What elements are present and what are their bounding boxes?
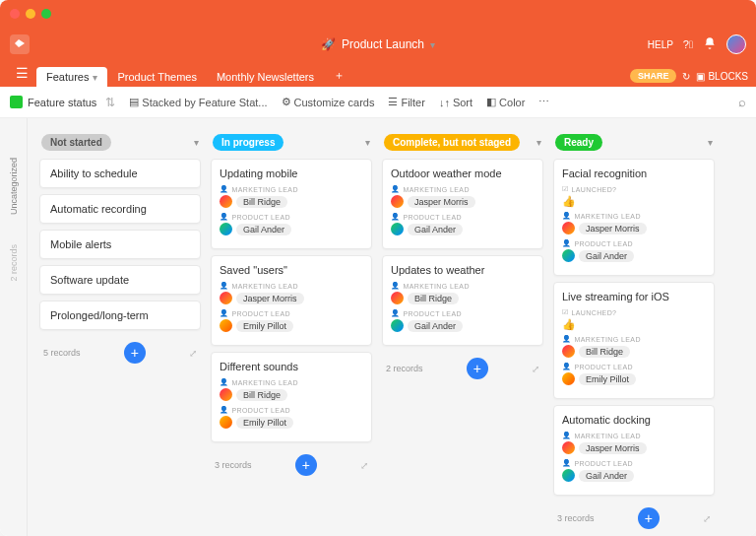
add-tab[interactable]: ＋ [324, 64, 354, 87]
card[interactable]: Software update [39, 265, 201, 295]
sort-icon: ↓↑ [439, 97, 450, 108]
add-card-button[interactable]: + [295, 454, 317, 476]
title-chevron-icon[interactable]: ▾ [430, 39, 435, 50]
record-count: 2 records [386, 364, 423, 373]
add-card-button[interactable]: + [124, 342, 146, 364]
gear-icon: ⚙ [282, 96, 291, 108]
check-icon: ☑ [562, 185, 568, 193]
add-card-button[interactable]: + [638, 507, 660, 529]
uncategorized-label[interactable]: Uncategorized [9, 158, 19, 215]
color-icon: ◧ [486, 96, 496, 108]
stack-icon: ▤ [129, 96, 139, 108]
add-card-button[interactable]: + [467, 358, 488, 379]
chevron-down-icon[interactable]: ▾ [194, 137, 199, 148]
customize-cards[interactable]: ⚙Customize cards [282, 96, 375, 108]
sort-button[interactable]: ↓↑Sort [439, 97, 472, 108]
status-pill[interactable]: In progress [213, 134, 284, 151]
tabs-row: ☰ Features▾ Product Themes Monthly Newsl… [0, 61, 756, 87]
share-button[interactable]: SHARE [630, 69, 677, 83]
bell-icon[interactable] [703, 36, 717, 53]
record-count: 3 records [557, 513, 595, 523]
color-button[interactable]: ◧Color [486, 96, 525, 108]
status-pill[interactable]: Ready [555, 134, 602, 151]
card[interactable]: Facial recognition ☑LAUNCHED? 👍 👤MARKETI… [553, 159, 715, 276]
status-pill[interactable]: Not started [41, 134, 111, 151]
tab-product-themes[interactable]: Product Themes [107, 67, 207, 87]
min-dot[interactable] [26, 9, 35, 19]
col-ready: Ready▾ Facial recognition ☑LAUNCHED? 👍 👤… [553, 130, 715, 524]
help-link[interactable]: HELP [648, 39, 673, 50]
blocks-button[interactable]: ▣BLOCKS [696, 71, 748, 82]
search-icon[interactable]: ⌕ [738, 95, 746, 109]
user-avatar[interactable] [726, 34, 746, 54]
app-logo[interactable] [10, 34, 30, 54]
col-complete: Complete, but not staged▾ Outdoor weathe… [382, 130, 543, 524]
more-button[interactable]: ⋯ [538, 96, 549, 108]
close-dot[interactable] [10, 9, 20, 19]
card[interactable]: Updating mobile 👤MARKETING LEAD Bill Rid… [211, 159, 372, 249]
user-icon: 👤 [220, 213, 228, 221]
tab-features[interactable]: Features▾ [36, 67, 107, 87]
filter-button[interactable]: ☰Filter [388, 96, 424, 108]
chevron-down-icon[interactable]: ▾ [708, 137, 713, 148]
sidebar: Uncategorized 2 records [0, 118, 28, 536]
expand-icon[interactable]: ⤢ [532, 364, 539, 374]
stacked-by[interactable]: ▤Stacked by Feature Stat... [129, 96, 267, 108]
chevron-down-icon[interactable]: ▾ [365, 137, 370, 148]
header: 🚀 Product Launch ▾ HELP ?⃝ [0, 28, 756, 61]
tab-newsletters[interactable]: Monthly Newsletters [207, 67, 324, 87]
titlebar [0, 0, 756, 28]
card[interactable]: Updates to weather 👤MARKETING LEAD Bill … [382, 255, 543, 346]
card[interactable]: Outdoor weather mode 👤MARKETING LEAD Jas… [382, 159, 543, 249]
max-dot[interactable] [41, 9, 51, 19]
base-title[interactable]: Product Launch [342, 37, 424, 51]
view-name[interactable]: Feature status [28, 97, 96, 108]
card[interactable]: Saved "users" 👤MARKETING LEAD Jasper Mor… [211, 255, 372, 346]
side-records: 2 records [9, 244, 19, 282]
col-not-started: Not started▾ Ability to schedule Automat… [39, 130, 201, 524]
card[interactable]: Automatic recording [39, 194, 201, 224]
user-icon: 👤 [220, 185, 228, 193]
history-icon[interactable]: ↻ [682, 71, 690, 82]
expand-icon[interactable]: ⤢ [189, 348, 197, 359]
menu-icon[interactable]: ☰ [8, 65, 36, 87]
rocket-icon: 🚀 [321, 37, 336, 51]
thumbs-up-icon: 👍 [562, 195, 706, 208]
card[interactable]: Live streaming for iOS ☑LAUNCHED? 👍 👤MAR… [553, 282, 715, 399]
col-in-progress: In progress▾ Updating mobile 👤MARKETING … [211, 130, 372, 524]
status-pill[interactable]: Complete, but not staged [384, 134, 520, 151]
card[interactable]: Prolonged/long-term [39, 301, 201, 330]
record-count: 3 records [215, 460, 252, 470]
filter-icon: ☰ [388, 96, 398, 108]
card[interactable]: Different sounds 👤MARKETING LEAD Bill Ri… [211, 352, 372, 442]
card[interactable]: Ability to schedule [39, 159, 201, 188]
card[interactable]: Automatic docking 👤MARKETING LEAD Jasper… [553, 405, 715, 496]
expand-icon[interactable]: ⤢ [703, 513, 711, 524]
kanban-icon [10, 96, 23, 108]
help-icon[interactable]: ?⃝ [683, 38, 693, 50]
thumbs-up-icon: 👍 [562, 318, 706, 331]
card[interactable]: Mobile alerts [39, 230, 201, 259]
collab-icon[interactable]: ⇅ [105, 96, 115, 109]
record-count: 5 records [43, 348, 81, 358]
chevron-down-icon[interactable]: ▾ [536, 137, 541, 148]
toolbar: Feature status⇅ ▤Stacked by Feature Stat… [0, 87, 756, 118]
expand-icon[interactable]: ⤢ [360, 460, 368, 471]
